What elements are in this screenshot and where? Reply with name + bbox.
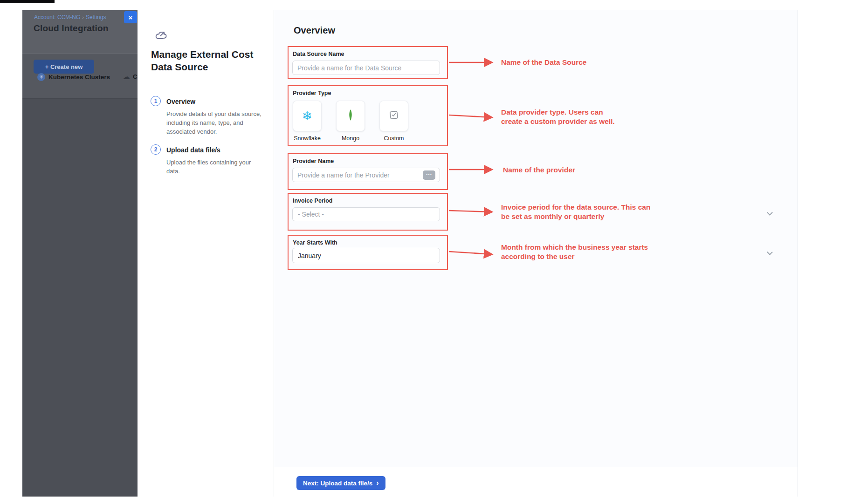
tab-cloud-partial[interactable]: ☁ C [123,72,138,81]
chevron-right-icon: › [376,479,378,487]
annotation-invoice-period: Invoice period for the data source. This… [501,203,650,222]
provider-name-label: Provider Name [293,158,334,164]
step-1-title: Overview [166,98,195,105]
kubernetes-icon: ✳ [37,73,45,81]
step-1-indicator: 1 [151,96,161,106]
provider-name-group: Provider Name ⋯ [288,153,448,190]
page-toolbar: + Create new ✳ Kubernetes Clusters ☁ C [22,54,138,99]
mongo-leaf-icon [347,109,354,123]
breadcrumb: Account: CCM-NG›Settings [34,14,106,20]
provider-type-cards: ❄ [293,101,423,131]
tab-label: Kubernetes Clusters [48,74,110,81]
cloud-tab-icon: ☁ [123,72,130,81]
snowflake-icon: ❄ [302,110,312,122]
dimmed-background-page: Account: CCM-NG›Settings Cloud Integrati… [22,10,138,497]
provider-card-mongo[interactable] [336,101,365,131]
annotation-year-starts-with: Month from which the business year start… [501,243,648,262]
provider-label-custom: Custom [379,135,408,142]
annotation-provider-name: Name of the provider [503,165,575,175]
form-section-heading: Overview [294,25,335,36]
provider-card-snowflake[interactable]: ❄ [293,101,322,131]
year-starts-with-select[interactable]: January [292,248,440,263]
step-2-indicator: 2 [151,144,161,155]
data-source-name-input[interactable] [292,61,440,75]
drawer-footer: Next: Upload data file/s › [274,467,798,497]
data-source-name-group: Data Source Name [288,46,448,79]
provider-type-group: Provider Type ❄ Snowflake Mongo Custom [288,85,448,146]
ellipsis-icon[interactable]: ⋯ [423,170,435,180]
annotation-data-source-name: Name of the Data Source [501,58,586,67]
year-starts-with-value: January [298,252,321,259]
window-edge-strip [0,0,55,3]
create-new-button[interactable]: + Create new [34,60,94,74]
next-upload-button[interactable]: Next: Upload data file/s › [296,476,385,490]
provider-label-snowflake: Snowflake [293,135,322,142]
step-number: 1 [154,98,158,104]
page-header: Account: CCM-NG›Settings Cloud Integrati… [22,10,138,54]
invoice-period-value: - Select - [298,211,324,218]
tab-label: C [133,73,138,80]
breadcrumb-settings-link[interactable]: Settings [86,14,106,20]
annotation-provider-type: Data provider type. Users can create a c… [501,108,615,127]
invoice-period-select[interactable]: - Select - [292,207,440,221]
data-source-name-label: Data Source Name [293,51,344,57]
provider-card-labels: Snowflake Mongo Custom [293,135,423,142]
close-drawer-button[interactable]: × [124,11,137,23]
tab-kubernetes-clusters[interactable]: ✳ Kubernetes Clusters [37,73,110,81]
invoice-period-label: Invoice Period [293,198,332,204]
step-1-description: Provide details of your data source, inc… [166,110,263,136]
provider-name-input[interactable] [292,168,440,182]
year-starts-with-group: Year Starts With January [288,235,448,270]
provider-label-mongo: Mongo [336,135,365,142]
year-starts-with-label: Year Starts With [293,239,337,246]
invoice-period-group: Invoice Period - Select - [288,193,448,231]
breadcrumb-separator: › [82,14,84,20]
next-button-label: Next: Upload data file/s [303,480,372,487]
step-2-title: Upload data file/s [166,146,220,154]
step-number: 2 [154,146,158,153]
page-title: Cloud Integration [34,23,109,34]
custom-provider-icon [388,109,399,123]
provider-type-label: Provider Type [293,90,331,96]
drawer-title: Manage External Cost Data Source [151,48,265,74]
step-2-description: Upload the files containing your data. [166,158,263,176]
provider-card-custom[interactable] [379,101,408,131]
drawer-stepper-panel: Manage External Cost Data Source 1 Overv… [138,10,274,497]
close-icon: × [129,14,133,21]
cloud-export-icon [154,28,168,43]
breadcrumb-account-link[interactable]: Account: CCM-NG [34,14,80,20]
